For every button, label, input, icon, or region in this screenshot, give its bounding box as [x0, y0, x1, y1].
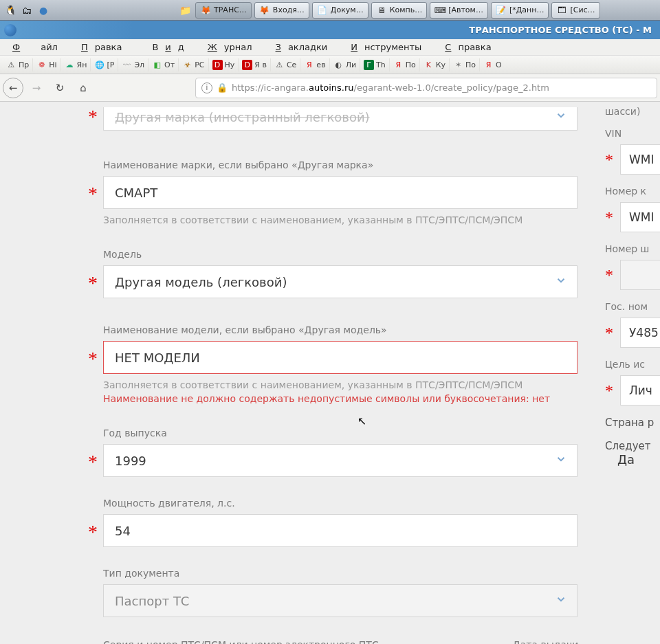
file-manager-icon[interactable]: 🗂 [19, 3, 34, 18]
menu-history[interactable]: Журнал [201, 41, 266, 54]
bookmark-icon: ☁ [65, 60, 75, 70]
nav-reload-button[interactable]: ↻ [50, 78, 70, 98]
doc-type-label: Тип документа [103, 568, 588, 579]
bookmark-icon: K [424, 60, 434, 70]
bookmark-item[interactable]: 🌐[Р [91, 58, 118, 71]
bookmark-item[interactable]: ✶По [450, 58, 480, 71]
power-input[interactable]: 54 [103, 514, 578, 547]
taskbar-button[interactable]: 📄Докум… [312, 2, 368, 19]
brand-other-select[interactable]: Другая марка (иностранный легковой) [103, 107, 578, 131]
window-titlebar: ТРАНСПОРТНОЕ СРЕДСТВО (ТС) - M [0, 21, 660, 39]
bookmark-item[interactable]: ◐Ли [330, 58, 360, 71]
bookmark-item[interactable]: ❁Hi [33, 58, 60, 71]
chassis-label: шасси) [605, 106, 660, 117]
menu-view[interactable]: Вид [138, 41, 197, 54]
bookmark-icon: ☣ [182, 60, 192, 70]
model-name-error: Наименование не должно содержать недопус… [103, 393, 588, 404]
year-select[interactable]: 1999 [103, 444, 578, 477]
taskbar-button[interactable]: 🦊ТРАНС… [195, 2, 252, 19]
gos-no-label: Гос. ном [605, 301, 660, 312]
menu-edit[interactable]: Правка [74, 41, 135, 54]
bookmark-item[interactable]: Яев [300, 58, 329, 71]
doc-series-label: Серия и номер ПТС/ПСМ или номер электрон… [103, 639, 379, 644]
taskbar-button[interactable]: 🖥Компь… [371, 2, 428, 19]
bookmark-item[interactable]: ☣РС [179, 58, 208, 71]
menu-tools[interactable]: Инструменты [344, 41, 435, 54]
brand-other-value: Другая марка (иностранный легковой) [115, 110, 370, 124]
bookmark-icon: D [212, 60, 223, 70]
bookmark-item[interactable]: ЯО [480, 58, 505, 71]
bookmark-item[interactable]: ⚠Се [271, 58, 300, 71]
body-no-label: Номер к [605, 186, 660, 197]
bookmark-label: О [496, 60, 502, 69]
app-icon: 🖥 [376, 5, 387, 16]
app-icon: 🦊 [200, 5, 211, 16]
bookmark-icon: Я [304, 60, 314, 70]
start-menu-icon[interactable]: 🐧 [3, 3, 18, 18]
bookmark-item[interactable]: ◧От [148, 58, 179, 71]
required-marker: * [605, 324, 613, 342]
taskbar-button[interactable]: 🗔[Сис… [551, 2, 600, 19]
chevron-down-icon [555, 109, 567, 124]
field-brand-name: Наименование марки, если выбрано «Другая… [82, 154, 588, 231]
menu-help[interactable]: Справка [438, 41, 505, 54]
bookmarks-toolbar: ⚠Пр❁Hi☁Ян🌐[Р〰Эл◧От☣РСDНуDЯ в⚠СеЯев◐ЛиГТh… [0, 56, 660, 74]
required-marker: * [88, 274, 98, 293]
bookmark-icon: Я [393, 60, 404, 70]
model-name-input[interactable]: НЕТ МОДЕЛИ [103, 341, 578, 374]
field-doc-type: Тип документа Паспорт ТС [82, 562, 588, 623]
doc-type-value: Паспорт ТС [115, 594, 189, 608]
bookmark-label: ев [316, 60, 325, 69]
bookmark-item[interactable]: 〰Эл [118, 58, 148, 71]
taskbar-button-label: Входя… [273, 5, 305, 14]
required-marker: * [605, 381, 613, 400]
model-name-label: Наименование модели, если выбрано «Друга… [103, 324, 588, 335]
app-icon: 📄 [317, 5, 328, 16]
window-title: ТРАНСПОРТНОЕ СРЕДСТВО (ТС) - M [469, 25, 652, 35]
taskbar-button[interactable]: 🦊Входя… [254, 2, 309, 19]
menu-file[interactable]: Файл [6, 41, 72, 54]
doc-type-select[interactable]: Паспорт ТС [103, 584, 578, 617]
browser-dot-icon[interactable]: ● [36, 3, 51, 18]
bookmark-item[interactable]: DЯ в [239, 58, 271, 71]
taskbar-button-label: [*Данн… [509, 5, 544, 14]
purpose-select[interactable]: Лич [620, 375, 660, 406]
menu-bookmarks[interactable]: Закладки [269, 41, 342, 54]
lock-icon: 🔒 [217, 82, 228, 93]
vin-input[interactable]: WMI [620, 144, 660, 175]
bookmark-label: По [465, 60, 476, 69]
model-name-hint: Заполняется в соответствии с наименовани… [103, 379, 588, 390]
bookmark-icon: ✶ [453, 60, 463, 70]
bookmark-item[interactable]: ЯПо [390, 58, 420, 71]
bookmark-item[interactable]: DНу [209, 58, 239, 71]
bookmark-item[interactable]: ☁Ян [61, 58, 91, 71]
bookmark-icon: ❁ [36, 60, 47, 70]
model-select[interactable]: Другая модель (легковой) [103, 265, 578, 298]
gos-no-input[interactable]: У485 [620, 318, 660, 348]
chassis-no-input[interactable] [620, 260, 660, 290]
browser-menubar: Файл Правка Вид Журнал Закладки Инструме… [0, 39, 660, 56]
bookmark-item[interactable]: ГТh [360, 58, 390, 71]
taskbar-button[interactable]: 📝[*Данн… [491, 2, 549, 19]
nav-back-button[interactable]: ← [3, 78, 23, 98]
bookmark-item[interactable]: KКу [420, 58, 450, 71]
nav-home-button[interactable]: ⌂ [73, 78, 94, 98]
bookmark-icon: 🌐 [94, 60, 104, 70]
brand-name-input[interactable]: СМАРТ [103, 176, 578, 209]
bookmark-label: [Р [107, 60, 114, 69]
site-info-icon[interactable]: i [201, 82, 212, 93]
chassis-no-label: Номер ш [605, 243, 660, 254]
address-bar[interactable]: i 🔒 https://ic-angara.autoins.ru/egarant… [195, 78, 657, 98]
field-doc-series: Серия и номер ПТС/ПСМ или номер электрон… [82, 632, 588, 644]
bookmark-label: Тh [376, 60, 386, 69]
doc-date-label: Дата выдачи [513, 639, 579, 644]
side-column: шасси) VIN *WMI Номер к *WMI Номер ш * Г… [605, 102, 660, 478]
bookmark-label: По [406, 60, 416, 69]
body-no-input[interactable]: WMI [620, 202, 660, 232]
bookmark-item[interactable]: ⚠Пр [3, 58, 33, 71]
nav-forward-button[interactable]: → [26, 78, 47, 98]
folder-open-icon[interactable]: 📁 [177, 3, 192, 18]
required-marker: * [605, 208, 613, 227]
taskbar-button[interactable]: ⌨[Автом… [430, 2, 488, 19]
bookmark-label: Се [287, 60, 296, 69]
